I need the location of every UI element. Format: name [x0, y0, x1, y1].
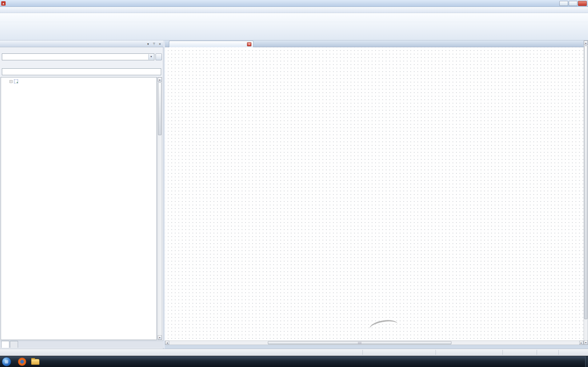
editor-area: ✕ ▼ ◄ ► [165, 40, 588, 349]
vertical-scrollbar[interactable]: ▲ ▼ [584, 40, 588, 345]
show-desktop-button[interactable] [585, 356, 588, 367]
panel-tab-bar [0, 341, 163, 348]
document-tab-bar: ✕ ▼ [165, 40, 588, 47]
filter-select[interactable]: ▼ [2, 53, 154, 60]
start-button[interactable]: ⊞ [2, 357, 11, 366]
tab-liste[interactable] [10, 341, 18, 348]
pages-panel-header[interactable] [0, 40, 163, 47]
close-button[interactable] [578, 1, 587, 6]
panel-close-icon[interactable]: ✕ [157, 41, 162, 46]
system-tray [448, 356, 588, 367]
toolbars [0, 13, 588, 40]
filter-browse-button[interactable] [156, 53, 162, 60]
chevron-down-icon[interactable]: ▼ [146, 41, 151, 46]
toolbar-row-3 [0, 31, 588, 40]
horizontal-scrollbar[interactable]: ◄ ► [165, 341, 584, 345]
status-bar [0, 349, 588, 356]
tree-root-project[interactable]: − [1, 79, 156, 84]
explorer-icon[interactable] [31, 359, 40, 365]
drawing-canvas[interactable] [165, 47, 584, 341]
collapse-icon[interactable]: − [10, 80, 12, 83]
tree-scrollbar[interactable]: ▲ ▼ [157, 77, 162, 340]
taskbar: ⊞ [0, 356, 588, 367]
schematic-drawing [165, 47, 584, 341]
project-icon [14, 80, 18, 83]
toolbar-row-2 [0, 22, 588, 31]
pages-panel: ▼ ⊤ ✕ ▼ − ▲ ▼ [0, 40, 163, 349]
menu-bar [0, 7, 588, 13]
eplan-logo-icon: ▲ [1, 1, 6, 6]
minimize-button[interactable] [559, 1, 568, 6]
tab-baum[interactable] [1, 341, 9, 348]
combo-arrow-icon[interactable]: ▼ [148, 54, 154, 60]
wert-input[interactable] [2, 68, 161, 75]
firefox-icon[interactable] [18, 358, 26, 366]
toolbar-row-1 [0, 13, 588, 22]
tab-close-icon[interactable]: ✕ [247, 42, 251, 46]
maximize-button[interactable] [569, 1, 577, 6]
pages-tree: − [1, 77, 157, 340]
document-tab[interactable]: ✕ [169, 41, 254, 47]
pin-icon[interactable]: ⊤ [152, 41, 156, 46]
title-bar: ▲ [0, 0, 588, 7]
